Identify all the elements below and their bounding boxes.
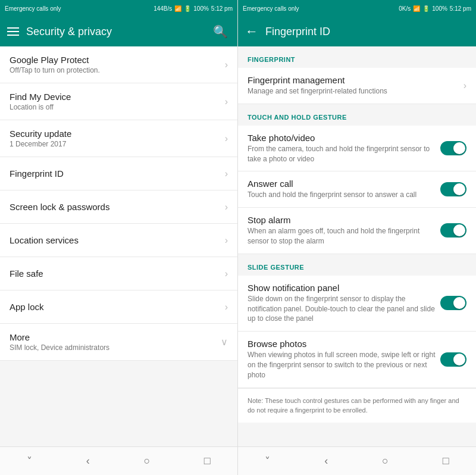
security-update-title: Security update (10, 129, 225, 139)
down-button[interactable]: ˅ (15, 450, 44, 473)
chevron-icon: › (225, 168, 228, 179)
fingerprint-management-subtitle: Manage and set fingerprint-related funct… (248, 86, 459, 96)
find-my-device-subtitle: Location is off (10, 103, 225, 111)
list-item-screen-lock[interactable]: Screen lock & passwords › (0, 190, 237, 224)
fingerprint-management-item[interactable]: Fingerprint management Manage and set fi… (238, 68, 476, 104)
screen-lock-content: Screen lock & passwords (10, 202, 225, 212)
chevron-icon: › (464, 80, 466, 91)
list-item-file-safe[interactable]: File safe › (0, 257, 237, 290)
list-item-more[interactable]: More SIM lock, Device administrators ∨ (0, 324, 237, 361)
list-item-app-lock[interactable]: App lock › (0, 290, 237, 324)
back-arrow-button[interactable]: ← (245, 24, 258, 39)
recents-button[interactable]: □ (192, 450, 223, 472)
left-time: 5:12 pm (211, 5, 233, 12)
home-button[interactable]: ○ (131, 450, 162, 472)
browse-photos-subtitle: When viewing photos in full screen mode,… (248, 350, 436, 380)
left-nav-bar: ˅ ‹ ○ □ (0, 446, 237, 475)
left-panel: Emergency calls only 144B/s 📶 🔋 100% 5:1… (0, 0, 238, 475)
battery-icon: 🔋 (184, 5, 191, 12)
list-item-fingerprint-id[interactable]: Fingerprint ID › (0, 157, 237, 190)
notification-panel-toggle[interactable] (440, 296, 466, 310)
left-status-right: 144B/s 📶 🔋 100% 5:12 pm (154, 5, 233, 12)
show-notification-panel-subtitle: Slide down on the fingerprint sensor to … (248, 294, 436, 324)
search-button[interactable]: 🔍 (211, 22, 230, 41)
fingerprint-section-label: FINGERPRINT (248, 56, 295, 63)
stop-alarm-item: Stop alarm When an alarm goes off, touch… (238, 208, 476, 254)
take-photo-video-content: Take photo/video From the camera, touch … (248, 133, 440, 164)
stop-alarm-subtitle: When an alarm goes off, touch and hold t… (248, 226, 436, 246)
google-play-protect-subtitle: Off/Tap to turn on protection. (10, 66, 225, 74)
security-update-subtitle: 1 December 2017 (10, 140, 225, 148)
answer-call-content: Answer call Touch and hold the fingerpri… (248, 179, 440, 200)
left-battery: 100% (193, 5, 209, 12)
browse-photos-content: Browse photos When viewing photos in ful… (248, 339, 440, 380)
chevron-icon: › (225, 302, 228, 312)
more-subtitle: SIM lock, Device administrators (10, 343, 221, 352)
take-photo-toggle[interactable] (440, 141, 466, 155)
app-lock-title: App lock (10, 302, 225, 312)
answer-call-title: Answer call (248, 179, 436, 189)
list-item-find-my-device[interactable]: Find My Device Location is off › (0, 83, 237, 120)
take-photo-video-subtitle: From the camera, touch and hold the fing… (248, 144, 436, 164)
show-notification-panel-item: Show notification panel Slide down on th… (238, 276, 476, 332)
right-battery: 100% (432, 5, 447, 12)
right-top-bar: ← Fingerprint ID (238, 17, 476, 46)
stop-alarm-toggle[interactable] (440, 223, 466, 238)
right-back-button[interactable]: ‹ (312, 450, 340, 472)
browse-photos-item: Browse photos When viewing photos in ful… (238, 332, 476, 388)
list-item-location-services[interactable]: Location services › (0, 224, 237, 257)
chevron-icon: › (225, 133, 228, 144)
app-lock-content: App lock (10, 302, 225, 312)
wifi-icon: 📶 (174, 5, 181, 12)
left-page-title: Security & privacy (26, 26, 203, 38)
right-nav-bar: ˅ ‹ ○ □ (238, 446, 476, 475)
left-status-emergency: Emergency calls only (5, 5, 61, 12)
more-title: More (10, 332, 221, 342)
chevron-icon: › (225, 202, 228, 212)
answer-call-item: Answer call Touch and hold the fingerpri… (238, 171, 476, 208)
right-home-button[interactable]: ○ (370, 450, 400, 472)
chevron-icon: › (225, 235, 228, 246)
menu-icon[interactable] (7, 27, 19, 36)
find-my-device-content: Find My Device Location is off (10, 92, 225, 111)
show-notification-panel-content: Show notification panel Slide down on th… (248, 283, 440, 324)
list-item-security-update[interactable]: Security update 1 December 2017 › (0, 120, 237, 157)
stop-alarm-title: Stop alarm (248, 215, 436, 225)
right-recents-button[interactable]: □ (431, 450, 461, 472)
right-status-bar: Emergency calls only 0K/s 📶 🔋 100% 5:12 … (238, 0, 476, 17)
location-services-content: Location services (10, 235, 225, 245)
right-page-title: Fingerprint ID (265, 26, 330, 38)
google-play-protect-content: Google Play Protect Off/Tap to turn on p… (10, 55, 225, 74)
left-status-bar: Emergency calls only 144B/s 📶 🔋 100% 5:1… (0, 0, 237, 17)
file-safe-title: File safe (10, 268, 225, 279)
take-photo-video-title: Take photo/video (248, 133, 436, 143)
fingerprint-note: Note: These touch control gestures can b… (238, 388, 476, 423)
right-down-button[interactable]: ˅ (253, 450, 282, 473)
right-status-right: 0K/s 📶 🔋 100% 5:12 pm (399, 5, 471, 12)
find-my-device-title: Find My Device (10, 92, 225, 102)
chevron-icon: › (225, 96, 228, 107)
back-button[interactable]: ‹ (74, 450, 102, 472)
fingerprint-management-content: Fingerprint management Manage and set fi… (248, 75, 464, 96)
fingerprint-management-title: Fingerprint management (248, 75, 459, 85)
show-notification-panel-title: Show notification panel (248, 283, 436, 293)
chevron-icon: › (225, 60, 228, 70)
chevron-icon: › (225, 268, 228, 279)
browse-photos-toggle[interactable] (440, 352, 466, 367)
right-status-emergency: Emergency calls only (243, 5, 299, 12)
fingerprint-id-title: Fingerprint ID (10, 168, 225, 179)
fingerprint-content: FINGERPRINT Fingerprint management Manag… (238, 46, 476, 446)
chevron-down-icon: ∨ (221, 336, 228, 348)
touch-hold-section-header: TOUCH AND HOLD GESTURE (238, 104, 476, 126)
touch-hold-section-label: TOUCH AND HOLD GESTURE (248, 114, 347, 121)
screen-lock-title: Screen lock & passwords (10, 202, 225, 212)
take-photo-video-item: Take photo/video From the camera, touch … (238, 126, 476, 172)
right-battery-icon: 🔋 (422, 5, 430, 12)
fingerprint-section-header: FINGERPRINT (238, 46, 476, 68)
right-panel: Emergency calls only 0K/s 📶 🔋 100% 5:12 … (238, 0, 476, 475)
list-item-google-play-protect[interactable]: Google Play Protect Off/Tap to turn on p… (0, 46, 237, 83)
more-content: More SIM lock, Device administrators (10, 332, 221, 352)
settings-list: Google Play Protect Off/Tap to turn on p… (0, 46, 237, 446)
left-speed: 144B/s (154, 5, 172, 12)
answer-call-toggle[interactable] (440, 182, 466, 196)
